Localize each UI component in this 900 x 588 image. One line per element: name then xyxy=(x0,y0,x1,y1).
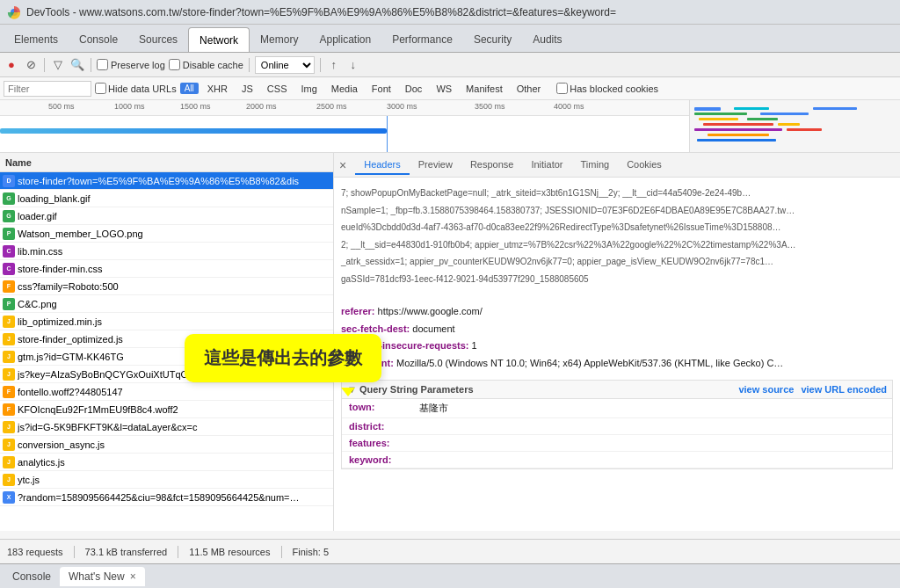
request-row[interactable]: P Watson_member_LOGO.png xyxy=(0,225,333,243)
xhr-filter-btn[interactable]: XHR xyxy=(202,82,233,96)
status-sep-1 xyxy=(74,546,75,558)
titlebar: DevTools - www.watsons.com.tw/store-find… xyxy=(0,0,900,25)
other-filter-btn[interactable]: Other xyxy=(512,82,547,96)
detail-tab-preview[interactable]: Preview xyxy=(410,156,461,175)
preserve-log-checkbox[interactable]: Preserve log xyxy=(97,59,165,70)
tab-application[interactable]: Application xyxy=(308,27,381,52)
request-row[interactable]: X ?random=1589095664425&ciu=98&fct=15890… xyxy=(0,489,333,506)
view-url-encoded-link[interactable]: view URL encoded xyxy=(801,384,887,395)
request-type-icon: J xyxy=(3,456,15,468)
request-row[interactable]: P C&C.png xyxy=(0,295,333,313)
tick-1000: 1000 ms xyxy=(114,102,145,111)
export-button[interactable]: ↓ xyxy=(345,57,361,73)
request-name: KFOIcnqEu92Fr1MmEU9fB8c4.woff2 xyxy=(18,404,333,415)
status-finish: Finish: 5 xyxy=(293,547,330,557)
img-filter-btn[interactable]: Img xyxy=(295,82,322,96)
query-header: ▼ Query String Parameters view source vi… xyxy=(342,381,892,399)
request-row[interactable]: C store-finder-min.css xyxy=(0,260,333,278)
details-panel: × Headers Preview Response Initiator Tim… xyxy=(334,153,900,531)
request-type-icon: C xyxy=(3,263,15,275)
request-type-icon: J xyxy=(3,474,15,486)
query-param-key: keyword: xyxy=(349,454,419,465)
request-name: conversion_async.js xyxy=(18,439,333,450)
tab-sources[interactable]: Sources xyxy=(128,27,188,52)
status-transferred: 73.1 kB transferred xyxy=(85,547,168,557)
tab-elements[interactable]: Elements xyxy=(4,27,69,52)
throttle-select[interactable]: Online Slow 3G Fast 3G Offline xyxy=(255,56,315,74)
ws-filter-btn[interactable]: WS xyxy=(431,82,457,96)
query-param-row: keyword: xyxy=(342,452,892,468)
tick-4000: 4000 ms xyxy=(554,102,584,111)
query-param-key: features: xyxy=(349,438,419,448)
query-params: town: 基隆市 district: features: keyword: xyxy=(342,399,892,468)
header-upgrade: upgrade-insecure-requests: 1 xyxy=(341,338,893,355)
request-name: analytics.js xyxy=(18,457,333,468)
tab-memory[interactable]: Memory xyxy=(250,27,308,52)
blocked-cookies-checkbox[interactable]: Has blocked cookies xyxy=(556,83,658,94)
status-resources: 11.5 MB resources xyxy=(189,547,270,557)
record-button[interactable]: ● xyxy=(4,57,19,73)
view-source-link[interactable]: view source xyxy=(738,384,794,395)
request-type-icon: D xyxy=(3,175,15,187)
detail-tab-cookies[interactable]: Cookies xyxy=(618,156,671,175)
query-param-key: district: xyxy=(349,421,419,432)
filter-input[interactable] xyxy=(4,81,91,97)
whatsnew-close-button[interactable]: × xyxy=(130,570,136,583)
request-type-icon: X xyxy=(3,491,15,504)
request-type-icon: P xyxy=(3,228,15,240)
all-filter-btn[interactable]: All xyxy=(180,83,199,94)
request-row[interactable]: J conversion_async.js xyxy=(0,436,333,454)
status-sep-2 xyxy=(178,546,178,558)
request-row[interactable]: D store-finder?town=%E5%9F%BA%E9%9A%86%E… xyxy=(0,172,333,190)
details-tabs: × Headers Preview Response Initiator Tim… xyxy=(334,153,900,178)
tab-audits[interactable]: Audits xyxy=(522,27,572,52)
query-param-val: 基隆市 xyxy=(419,402,448,415)
manifest-filter-btn[interactable]: Manifest xyxy=(461,82,508,96)
disable-cache-checkbox[interactable]: Disable cache xyxy=(169,59,243,70)
import-button[interactable]: ↑ xyxy=(326,57,342,73)
request-row[interactable]: J lib_optimized.min.js xyxy=(0,313,333,330)
request-row[interactable]: J analytics.js xyxy=(0,454,333,471)
request-row[interactable]: C lib.min.css xyxy=(0,243,333,260)
toolbar-sep-1 xyxy=(44,58,45,72)
query-param-row: town: 基隆市 xyxy=(342,399,892,418)
header-row-1: 7; showPopupOnMyBacketPage=null; _atrk_s… xyxy=(341,185,893,202)
request-row[interactable]: G loading_blank.gif xyxy=(0,190,333,207)
request-row[interactable]: F fontello.woff2?44805147 xyxy=(0,383,333,401)
tab-network[interactable]: Network xyxy=(188,27,250,52)
header-row-5: _atrk_sessidx=1; appier_pv_counterKEUDW9… xyxy=(341,253,893,271)
clear-button[interactable]: ⊘ xyxy=(23,57,39,73)
detail-tab-initiator[interactable]: Initiator xyxy=(522,156,571,175)
hide-data-urls-checkbox[interactable]: Hide data URLs xyxy=(95,83,177,94)
request-type-icon: C xyxy=(3,245,15,258)
request-row[interactable]: J ytc.js xyxy=(0,471,333,489)
tab-console[interactable]: Console xyxy=(69,27,128,52)
tab-performance[interactable]: Performance xyxy=(381,27,463,52)
media-filter-btn[interactable]: Media xyxy=(326,82,363,96)
font-filter-btn[interactable]: Font xyxy=(367,82,396,96)
timeline-bar xyxy=(0,128,387,134)
request-type-icon: F xyxy=(3,280,15,293)
request-row[interactable]: F KFOIcnqEu92Fr1MmEU9fB8c4.woff2 xyxy=(0,401,333,418)
doc-filter-btn[interactable]: Doc xyxy=(400,82,428,96)
js-filter-btn[interactable]: JS xyxy=(236,82,258,96)
request-row[interactable]: J js?id=G-5K9BFKFT9K&l=dataLayer&cx=c xyxy=(0,418,333,436)
tab-security[interactable]: Security xyxy=(463,27,522,52)
filter-button[interactable]: ▽ xyxy=(50,57,66,73)
bottom-tab-whatsnew[interactable]: What's New × xyxy=(60,567,145,586)
search-button[interactable]: 🔍 xyxy=(69,57,85,73)
css-filter-btn[interactable]: CSS xyxy=(262,82,293,96)
detail-tab-response[interactable]: Response xyxy=(461,156,523,175)
details-close-button[interactable]: × xyxy=(334,158,352,172)
detail-tab-headers[interactable]: Headers xyxy=(355,156,410,175)
detail-tab-timing[interactable]: Timing xyxy=(572,156,619,175)
request-type-icon: F xyxy=(3,403,15,416)
request-name: store-finder-min.css xyxy=(18,264,333,274)
request-row[interactable]: G loader.gif xyxy=(0,207,333,225)
request-row[interactable]: F css?family=Roboto:500 xyxy=(0,278,333,295)
query-param-row: features: xyxy=(342,435,892,452)
timeline-content xyxy=(0,116,900,153)
request-name: lib_optimized.min.js xyxy=(18,316,333,327)
header-row-4: 2; __lt__sid=e44830d1-910fb0b4; appier_u… xyxy=(341,236,893,254)
bottom-tab-console[interactable]: Console xyxy=(4,567,60,586)
